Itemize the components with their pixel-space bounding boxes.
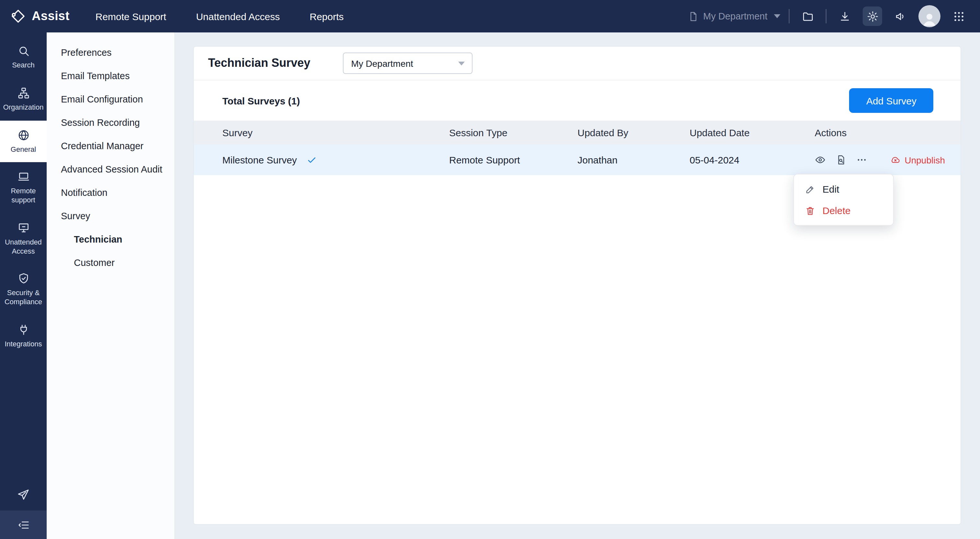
sidebar-item-credential-manager[interactable]: Credential Manager (47, 134, 174, 158)
department-dropdown[interactable]: My Department (342, 53, 472, 74)
main-content: Technician Survey My Department Total Su… (175, 32, 980, 539)
unpublish-button[interactable]: Unpublish (889, 155, 945, 166)
unpublish-label: Unpublish (905, 155, 945, 165)
security-shield-icon (17, 273, 30, 285)
topbar-actions: My Department (688, 5, 968, 27)
rail-item-label: Organization (3, 103, 44, 112)
icon-rail: Search Organization (0, 32, 47, 539)
top-nav: Remote Support Unattended Access Reports (95, 7, 344, 26)
assist-logo-icon (10, 8, 26, 24)
technician-survey-card: Technician Survey My Department Total Su… (194, 47, 961, 524)
table-row[interactable]: Milestone Survey Remote Support Jonathan… (194, 145, 961, 175)
cloud-off-icon (889, 155, 900, 166)
app-logo[interactable]: Assist (10, 8, 69, 24)
session-type-cell: Remote Support (449, 155, 578, 166)
divider (826, 9, 826, 23)
department-switcher[interactable]: My Department (688, 11, 780, 22)
rail-item-general[interactable]: General (0, 120, 47, 163)
column-header-session-type: Session Type (449, 127, 578, 138)
column-header-survey: Survey (222, 127, 449, 138)
download-icon[interactable] (835, 6, 854, 26)
updated-date-cell: 05-04-2024 (690, 155, 815, 166)
chevron-down-icon (458, 61, 465, 65)
rail-item-integrations[interactable]: Integrations (0, 315, 47, 357)
divider (789, 9, 789, 23)
rail-item-label: Search (12, 61, 35, 70)
rail-item-label: General (11, 145, 36, 154)
organization-icon (17, 87, 30, 99)
send-icon[interactable] (17, 479, 30, 510)
collapse-menu-icon[interactable] (0, 510, 47, 539)
total-surveys-count: Total Surveys (1) (222, 95, 300, 106)
sidebar-item-email-configuration[interactable]: Email Configuration (47, 88, 174, 111)
published-check-icon (307, 155, 317, 165)
globe-icon (17, 129, 30, 141)
add-survey-button[interactable]: Add Survey (850, 88, 933, 113)
settings-sidebar: Preferences Email Templates Email Config… (47, 32, 175, 539)
context-menu-delete-label: Delete (822, 205, 851, 216)
document-icon (688, 11, 699, 22)
app-title: Assist (32, 9, 69, 23)
column-header-actions: Actions (815, 127, 961, 138)
view-icon[interactable] (815, 155, 826, 166)
more-icon[interactable] (856, 155, 867, 166)
updated-by-cell: Jonathan (578, 155, 690, 166)
department-dropdown-value: My Department (351, 58, 413, 69)
row-context-menu: Edit Delete (793, 174, 894, 226)
row-actions: Unpublish (815, 155, 961, 166)
unattended-access-icon (17, 222, 30, 234)
folder-icon[interactable] (798, 6, 817, 26)
table-header-row: Survey Session Type Updated By Updated D… (194, 121, 961, 145)
gear-icon[interactable] (863, 6, 882, 26)
sidebar-item-session-recording[interactable]: Session Recording (47, 111, 174, 134)
search-icon (17, 45, 30, 57)
rail-bottom (0, 479, 47, 539)
sidebar-item-customer[interactable]: Customer (47, 251, 174, 274)
sidebar-item-survey[interactable]: Survey (47, 204, 174, 228)
context-menu-delete[interactable]: Delete (794, 200, 893, 221)
rail-item-security-compliance[interactable]: Security & Compliance (0, 264, 47, 315)
sidebar-item-email-templates[interactable]: Email Templates (47, 64, 174, 88)
nav-unattended-access[interactable]: Unattended Access (196, 7, 280, 26)
sidebar-item-notification[interactable]: Notification (47, 181, 174, 204)
nav-remote-support[interactable]: Remote Support (95, 7, 166, 26)
survey-toolbar: Total Surveys (1) Add Survey (194, 80, 961, 121)
context-menu-edit-label: Edit (822, 183, 839, 195)
sidebar-item-advanced-session-audit[interactable]: Advanced Session Audit (47, 158, 174, 181)
megaphone-icon[interactable] (891, 6, 910, 26)
rail-item-remote-support[interactable]: Remote support (0, 163, 47, 214)
rail-item-organization[interactable]: Organization (0, 78, 47, 121)
avatar[interactable] (918, 5, 940, 27)
remote-support-icon (17, 171, 30, 183)
survey-name: Milestone Survey (222, 155, 297, 166)
rail-item-label: Remote support (2, 187, 45, 205)
apps-grid-icon[interactable] (949, 6, 968, 26)
rail-item-label: Security & Compliance (2, 289, 45, 307)
delete-trash-icon (805, 205, 815, 216)
column-header-updated-date: Updated Date (690, 127, 815, 138)
edit-pencil-icon (805, 184, 815, 194)
nav-reports[interactable]: Reports (310, 7, 344, 26)
rail-item-search[interactable]: Search (0, 36, 47, 78)
app-window: Assist Remote Support Unattended Access … (0, 0, 980, 539)
rail-item-unattended-access[interactable]: Unattended Access (0, 214, 47, 264)
report-icon[interactable] (835, 155, 846, 166)
sidebar-item-preferences[interactable]: Preferences (47, 41, 174, 64)
rail-item-label: Unattended Access (2, 238, 45, 256)
column-header-updated-by: Updated By (578, 127, 690, 138)
card-header: Technician Survey My Department (194, 47, 961, 80)
sidebar-item-technician[interactable]: Technician (47, 228, 174, 251)
department-switcher-label: My Department (703, 11, 767, 21)
page-title: Technician Survey (208, 56, 310, 70)
context-menu-edit[interactable]: Edit (794, 179, 893, 200)
integrations-plug-icon (17, 324, 30, 336)
rail-item-label: Integrations (5, 340, 42, 349)
chevron-down-icon (774, 14, 780, 18)
top-navbar: Assist Remote Support Unattended Access … (0, 0, 980, 32)
